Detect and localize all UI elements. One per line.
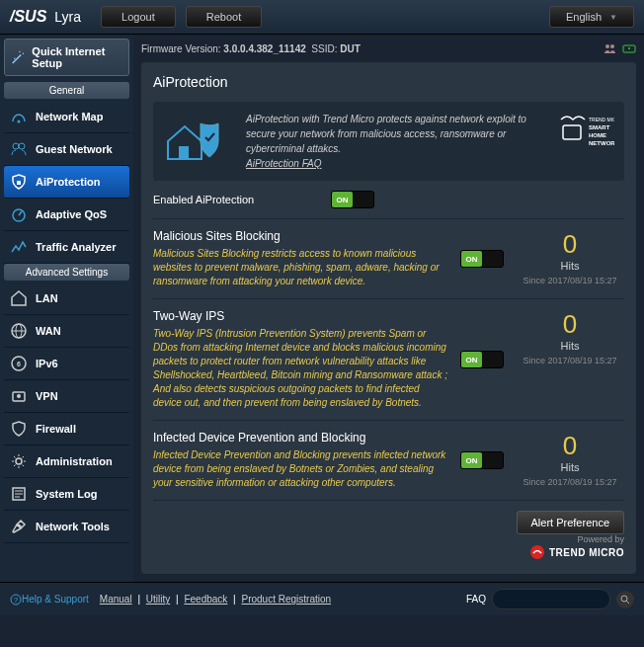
footer-link-manual[interactable]: Manual xyxy=(100,594,132,605)
sidebar-item-label: Network Tools xyxy=(36,521,110,532)
enable-toggle[interactable]: ON xyxy=(331,191,374,208)
firmware-line: Firmware Version: 3.0.0.4.382_11142 SSID… xyxy=(141,42,636,54)
users-icon[interactable] xyxy=(603,42,616,54)
help-support[interactable]: Help & Support xyxy=(22,594,89,605)
quick-internet-setup[interactable]: Quick Internet Setup xyxy=(4,39,129,76)
intro-box: AiProtection with Trend Micro protects a… xyxy=(153,102,624,181)
general-header: General xyxy=(4,82,129,99)
footer-link-feedback[interactable]: Feedback xyxy=(184,594,227,605)
sidebar-item-label: IPv6 xyxy=(36,358,58,369)
sidebar-item-label: Traffic Analyzer xyxy=(36,241,117,253)
content-area: Firmware Version: 3.0.0.4.382_11142 SSID… xyxy=(133,35,644,582)
advanced-header: Advanced Settings xyxy=(4,264,129,281)
top-bar: /SUS Lyra Logout Reboot English xyxy=(0,0,644,35)
language-dropdown[interactable]: English xyxy=(549,6,634,28)
feature-toggle-2[interactable]: ON xyxy=(460,451,504,469)
aiprotection-panel: AiProtection AiProtection with Trend Mic… xyxy=(141,62,636,574)
svg-text:6: 6 xyxy=(17,361,21,367)
sidebar-item-network-map[interactable]: Network Map xyxy=(4,101,129,133)
feature-toggle-1[interactable]: ON xyxy=(460,351,504,368)
model-name: Lyra xyxy=(54,9,81,25)
aiprotection-icon xyxy=(10,173,28,191)
vpn-icon xyxy=(10,387,28,405)
page-title: AiProtection xyxy=(153,74,624,90)
network-map-icon xyxy=(10,108,28,125)
feature-hits-label: Hits xyxy=(516,461,624,473)
sidebar-item-label: Network Map xyxy=(36,111,103,122)
guest-network-icon xyxy=(10,140,28,158)
sidebar-item-lan[interactable]: LAN xyxy=(4,283,129,315)
brand-logo: /SUS xyxy=(10,8,46,26)
help-icon: ? xyxy=(10,594,22,606)
feature-title: Two-Way IPS xyxy=(153,309,448,323)
sidebar-item-label: Firewall xyxy=(36,423,76,435)
svg-text:NETWORK: NETWORK xyxy=(589,140,614,146)
aiprotection-faq-link[interactable]: AiProtection FAQ xyxy=(246,158,322,169)
trend-micro-badge: TREND MICRO™ SMART HOME NETWORK xyxy=(559,112,614,155)
feature-row-1: Two-Way IPS Two-Way IPS (Intrusion Preve… xyxy=(153,299,624,421)
network-tools-icon xyxy=(10,518,28,535)
alert-preference-button[interactable]: Alert Preference xyxy=(517,511,624,534)
enable-row: Enabled AiProtection ON xyxy=(153,181,624,219)
feature-hits-label: Hits xyxy=(516,260,624,272)
svg-text:TREND MICRO™: TREND MICRO™ xyxy=(589,117,614,122)
sidebar-item-adaptive-qos[interactable]: Adaptive QoS xyxy=(4,199,129,231)
sidebar-item-label: LAN xyxy=(36,292,58,304)
sidebar-item-network-tools[interactable]: Network Tools xyxy=(4,511,129,543)
feature-since: Since 2017/08/19 15:27 xyxy=(516,276,624,285)
sidebar-item-label: Adaptive QoS xyxy=(36,208,107,220)
lan-icon xyxy=(10,289,28,307)
svg-line-32 xyxy=(626,601,629,604)
sidebar-item-wan[interactable]: WAN xyxy=(4,315,129,348)
search-icon xyxy=(620,595,630,605)
feature-desc: Two-Way IPS (Intrusion Prevention System… xyxy=(153,327,448,410)
enable-label: Enabled AiProtection xyxy=(153,194,331,205)
faq-search-input[interactable] xyxy=(492,589,610,609)
administration-icon xyxy=(10,452,28,470)
sidebar-item-label: AiProtection xyxy=(36,176,100,188)
quick-setup-label: Quick Internet Setup xyxy=(32,45,122,69)
ipv6-icon: 6 xyxy=(10,355,28,372)
traffic-analyzer-icon xyxy=(10,238,28,256)
feature-hits-label: Hits xyxy=(516,340,624,352)
sidebar-item-administration[interactable]: Administration xyxy=(4,445,129,478)
sidebar-item-ipv6[interactable]: 6 IPv6 xyxy=(4,348,129,380)
sidebar-item-label: WAN xyxy=(36,325,61,337)
feature-count: 0 xyxy=(516,229,624,260)
feature-since: Since 2017/08/19 15:27 xyxy=(516,477,624,487)
svg-text:SMART: SMART xyxy=(589,124,610,130)
sidebar-item-system-log[interactable]: System Log xyxy=(4,478,129,511)
svg-point-19 xyxy=(610,44,614,48)
home-shield-icon xyxy=(163,112,232,166)
logout-button[interactable]: Logout xyxy=(101,6,176,28)
feature-count: 0 xyxy=(516,309,624,340)
sidebar-item-label: VPN xyxy=(36,390,58,402)
svg-point-1 xyxy=(13,143,19,149)
sidebar: Quick Internet Setup General Network Map… xyxy=(0,35,133,582)
feature-desc: Malicious Sites Blocking restricts acces… xyxy=(153,247,448,288)
network-status-icon[interactable] xyxy=(622,42,636,54)
system-log-icon xyxy=(10,485,28,503)
firmware-version: 3.0.0.4.382_11142 xyxy=(223,43,305,54)
trend-micro-icon xyxy=(529,544,545,560)
sidebar-item-vpn[interactable]: VPN xyxy=(4,380,129,413)
reboot-button[interactable]: Reboot xyxy=(186,6,262,28)
feature-since: Since 2017/08/19 15:27 xyxy=(516,356,624,365)
svg-point-13 xyxy=(16,458,22,464)
svg-point-2 xyxy=(19,143,25,149)
feature-desc: Infected Device Prevention and Blocking … xyxy=(153,448,448,490)
sidebar-item-guest-network[interactable]: Guest Network xyxy=(4,133,129,166)
sidebar-item-traffic-analyzer[interactable]: Traffic Analyzer xyxy=(4,231,129,264)
svg-point-12 xyxy=(17,394,21,398)
faq-search-button[interactable] xyxy=(616,591,634,608)
powered-by: Powered by TREND MICRO xyxy=(153,534,624,562)
footer-link-product-registration[interactable]: Product Registration xyxy=(241,594,331,605)
feature-toggle-0[interactable]: ON xyxy=(460,250,504,268)
svg-rect-22 xyxy=(179,146,189,159)
feature-row-0: Malicious Sites Blocking Malicious Sites… xyxy=(153,219,624,299)
svg-line-5 xyxy=(19,211,22,215)
firewall-icon xyxy=(10,420,28,438)
footer-link-utility[interactable]: Utility xyxy=(146,594,170,605)
sidebar-item-aiprotection[interactable]: AiProtection xyxy=(4,166,129,199)
sidebar-item-firewall[interactable]: Firewall xyxy=(4,413,129,445)
